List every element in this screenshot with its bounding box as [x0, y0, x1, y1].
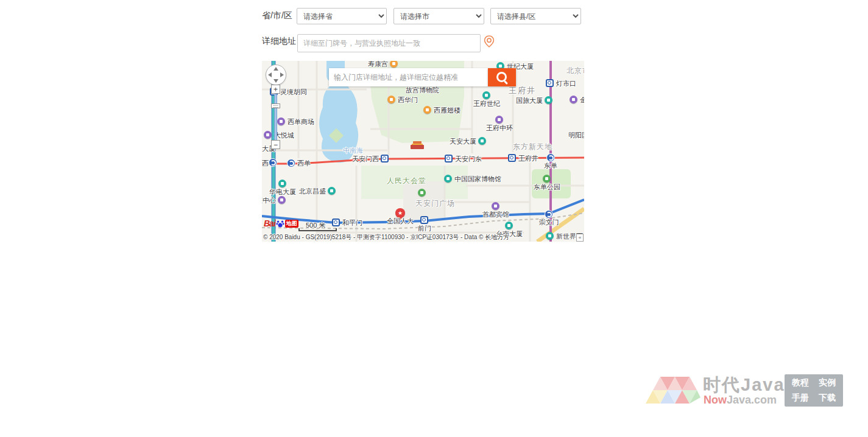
locate-pin-button[interactable] — [481, 34, 497, 50]
map-poi-icon — [495, 116, 503, 124]
watermark-link-manuals[interactable]: 手册 — [792, 393, 809, 404]
province-select[interactable]: 请选择省 — [297, 8, 387, 24]
map-marker-label: 华电大厦 — [269, 188, 296, 196]
scale-bar — [298, 228, 337, 231]
map-marker-label: 西雁翅楼 — [434, 107, 460, 114]
map-area-label: 明阳国际 — [568, 131, 584, 140]
map-poi-icon — [278, 180, 286, 187]
map-poi-icon — [505, 222, 513, 229]
map-marker-label: 王府中环 — [486, 124, 513, 132]
city-select[interactable]: 请选择市 — [393, 8, 484, 24]
zoom-slider-track[interactable] — [274, 94, 277, 141]
map-marker: 西单 — [287, 159, 295, 167]
map-poi-icon — [444, 175, 452, 183]
map-marker: 王府中环 — [495, 116, 504, 124]
map-area-label: 东方新天地 — [513, 142, 552, 152]
zoom-in-button[interactable]: + — [271, 85, 280, 94]
metro-station-icon — [332, 218, 340, 226]
map-poi-icon — [546, 232, 554, 240]
map-marker: 国旅大厦 — [545, 96, 553, 105]
watermark-links: 教程 实例 手册 下载 — [785, 374, 843, 407]
map-marker-label: 座中心 — [262, 197, 276, 205]
map-marker-label: 东单 — [544, 162, 557, 170]
map-area-label: 北京市 — [566, 66, 584, 76]
map-marker-label: 国旅大厦 — [516, 97, 543, 105]
metro-station-icon — [420, 216, 428, 224]
zoom-slider-handle[interactable] — [271, 103, 280, 108]
pan-left-icon[interactable] — [268, 72, 272, 77]
map-search-button[interactable] — [488, 68, 516, 86]
map-marker-label: 灯市口 — [556, 80, 576, 88]
map-marker: 王府世纪 — [482, 91, 491, 100]
watermark-link-examples[interactable]: 实例 — [819, 377, 836, 388]
map-marker-label: 灵境胡同 — [280, 88, 307, 96]
map-marker: 东单 — [546, 153, 555, 162]
map-marker-label: 西单 — [297, 159, 311, 167]
map-search-input[interactable] — [329, 68, 488, 86]
map-marker: 西华门 — [387, 96, 396, 104]
metro-station-icon — [445, 155, 453, 163]
map-marker — [413, 142, 422, 151]
map-marker: 中国国家博物馆 — [444, 175, 453, 183]
map-marker-label: 前门 — [418, 225, 431, 232]
map-marker: 前门 — [420, 216, 429, 225]
nowjava-logo — [644, 374, 700, 406]
pan-down-icon[interactable] — [273, 79, 278, 83]
map-marker-label: 西华门 — [398, 96, 418, 104]
map-marker-label: 王府世纪 — [473, 100, 500, 108]
watermark-site-suffix: Java.com — [727, 394, 777, 406]
metro-transfer-station-icon — [269, 158, 277, 167]
map-viewport[interactable]: 寿康宫世纪大厦北京市灯市口故宫博物院王府井灵境胡同王府世纪西华门国旅大厦金西雁翅… — [262, 61, 584, 242]
pan-right-icon[interactable] — [280, 72, 284, 77]
district-select[interactable]: 请选择县/区 — [490, 8, 581, 24]
map-marker-label: 金 — [580, 96, 584, 104]
map-marker: 西单商场 — [277, 117, 286, 126]
map-poi-icon — [482, 91, 490, 99]
pan-up-icon[interactable] — [273, 67, 278, 71]
map-marker: 崇文门 — [545, 210, 553, 218]
watermark-site: NowJava.com — [704, 394, 777, 407]
map-marker-label: 天安大厦 — [450, 138, 476, 145]
map-marker-label: 和平门 — [342, 219, 362, 227]
address-label: 详细地址 — [262, 36, 296, 47]
baidu-logo-text: Bai — [264, 218, 275, 228]
map-marker: ★全国人大 — [396, 209, 404, 217]
watermark-site-prefix: Now — [704, 394, 727, 406]
copyright-collapse-button[interactable]: « — [576, 234, 584, 242]
map-poi-icon — [277, 117, 285, 125]
watermark-link-tutorials[interactable]: 教程 — [792, 377, 809, 388]
address-input[interactable] — [297, 34, 481, 52]
zoom-out-button[interactable]: − — [271, 140, 280, 149]
map-marker-label: 东单公园 — [534, 183, 560, 191]
map-marker: 西雁翅楼 — [423, 106, 432, 114]
map-area-label: 天安门广场 — [415, 198, 455, 209]
map-marker: 和平门 — [332, 218, 340, 227]
map-marker-layer: 寿康宫世纪大厦北京市灯市口故宫博物院王府井灵境胡同王府世纪西华门国旅大厦金西雁翅… — [262, 61, 584, 242]
map-poi-icon — [387, 96, 395, 103]
map-area-label: 人民大会堂 — [387, 176, 426, 186]
map-marker: 新世界百 — [546, 232, 554, 240]
baidu-map-badge: 地图 — [285, 220, 298, 228]
map-marker-label: 全国人大 — [387, 217, 414, 225]
baidu-paw-icon — [276, 219, 284, 228]
map-marker-label: 北京昌盛 — [299, 187, 326, 195]
map-marker: 金 — [570, 96, 578, 104]
map-marker: 王府井 — [508, 154, 517, 163]
map-marker: 寿康宫 — [390, 61, 398, 68]
map-marker: 灯市口 — [546, 79, 554, 88]
map-marker: 天安大厦 — [478, 137, 487, 145]
map-poi-icon — [264, 131, 272, 139]
map-marker-label: 天安门西 — [352, 155, 379, 163]
watermark-link-downloads[interactable]: 下载 — [819, 393, 836, 404]
map-marker-label: 中国国家博物馆 — [454, 175, 501, 183]
map-marker-label: 西单商场 — [288, 118, 314, 126]
map-pan-control[interactable] — [266, 65, 286, 85]
map-marker-label: 寿康宫 — [368, 61, 388, 68]
map-marker: 天安门西 — [381, 155, 389, 163]
map-marker-label: 首都宾馆 — [482, 211, 509, 218]
map-marker: 东单公园 — [543, 175, 551, 183]
page-canvas: 省/市/区 请选择省 请选择市 请选择县/区 详细地址 — [0, 0, 868, 437]
baidu-maps-logo[interactable]: Bai 地图 — [264, 218, 298, 229]
map-marker: 座中心 — [278, 196, 286, 205]
map-marker: 首都宾馆 — [492, 202, 500, 211]
